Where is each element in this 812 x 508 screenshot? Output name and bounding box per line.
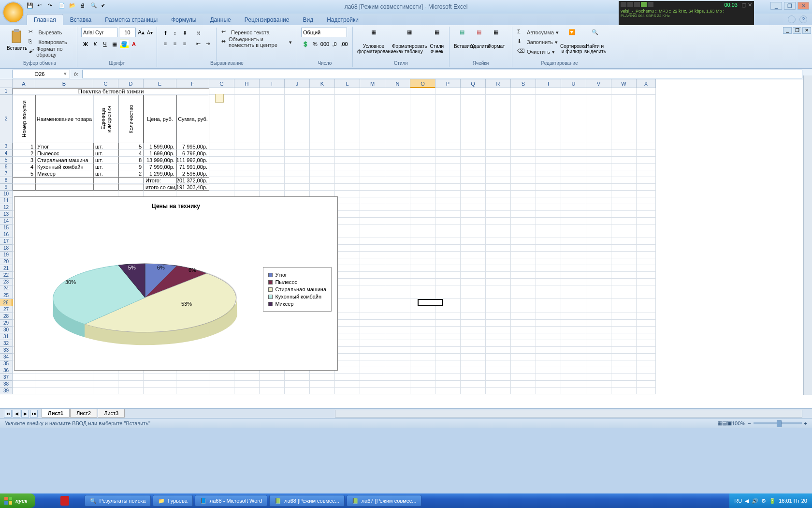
cell[interactable] [310,177,335,184]
col-header-I[interactable]: I [260,79,285,88]
total-cell[interactable] [35,184,93,191]
col-header-H[interactable]: H [234,79,260,88]
cell[interactable] [360,245,385,252]
cell[interactable] [335,204,360,211]
cell[interactable] [611,170,637,177]
qat-preview[interactable]: 🔍 [90,2,99,11]
cell[interactable] [611,285,637,292]
cell[interactable] [561,381,586,388]
cell[interactable] [410,354,435,360]
cell[interactable] [511,258,536,265]
cell[interactable] [511,347,536,354]
col-header-X[interactable]: X [637,79,656,88]
cell[interactable] [285,95,310,143]
cell[interactable] [335,340,360,347]
cell[interactable] [335,184,360,191]
cell[interactable] [586,157,611,164]
cell[interactable] [385,333,410,340]
data-cell[interactable]: 9 [118,164,144,170]
cell[interactable] [260,88,285,95]
cell[interactable] [611,354,637,360]
row-header-37[interactable]: 37 [0,374,13,381]
cell[interactable] [561,218,586,224]
cell[interactable] [360,218,385,224]
cell[interactable] [360,367,385,374]
cell[interactable] [360,354,385,360]
row-header-18[interactable]: 18 [0,245,13,252]
cell[interactable] [310,157,335,164]
cell[interactable] [410,367,435,374]
cell[interactable] [561,327,586,333]
cell[interactable] [611,95,637,143]
view-normal-icon[interactable]: ▦ [717,420,722,426]
cell[interactable] [461,95,486,143]
cell[interactable] [511,381,536,388]
cell[interactable] [461,292,486,299]
cell[interactable] [335,374,360,381]
cell[interactable] [611,381,637,388]
taskbar-item-3[interactable]: 📗ла68 [Режим совмес... [269,495,345,507]
cell[interactable] [385,164,410,170]
cell[interactable] [611,88,637,95]
cell[interactable] [511,292,536,299]
cell[interactable] [637,252,656,258]
cell[interactable] [335,306,360,313]
data-cell[interactable]: 3 [13,157,35,164]
cell[interactable] [35,388,93,394]
cell[interactable] [435,184,461,191]
cell[interactable] [410,285,435,292]
cell[interactable] [360,238,385,245]
cell[interactable] [561,252,586,258]
cell[interactable] [637,218,656,224]
cell[interactable] [310,95,335,143]
cell-styles-button[interactable]: ▦Стили ячеек [429,28,445,49]
cell[interactable] [360,184,385,191]
cell[interactable] [486,347,511,354]
cell[interactable] [385,197,410,204]
cell[interactable] [385,313,410,320]
indent-dec-icon[interactable]: ⇤ [194,39,203,48]
window-close[interactable]: ✕ [798,2,809,10]
cell[interactable] [486,197,511,204]
conditional-format-button[interactable]: ▦Условное форматирование [357,28,391,49]
cell[interactable] [410,157,435,164]
cut-button[interactable]: ✂Вырезать [28,28,73,37]
tray-lang[interactable]: RU [734,498,742,504]
cell[interactable] [234,184,260,191]
cell[interactable] [410,177,435,184]
data-cell[interactable]: 5 [13,170,35,177]
ribbon-tab-0[interactable]: Главная [27,14,63,25]
cell[interactable] [561,360,586,367]
cell[interactable] [611,327,637,333]
cell[interactable] [234,157,260,164]
cell[interactable] [461,272,486,279]
workbook-close[interactable]: ✕ [802,27,811,34]
cell[interactable] [461,197,486,204]
cell[interactable] [410,191,435,197]
indent-inc-icon[interactable]: ⇥ [203,39,212,48]
cell[interactable] [511,340,536,347]
cell[interactable] [385,258,410,265]
cell[interactable] [461,164,486,170]
table-header-1[interactable]: Наименование товара [35,95,93,143]
copy-button[interactable]: ⎘Копировать [28,37,73,47]
row-header-1[interactable]: 1 [0,88,13,95]
cell[interactable] [260,388,285,394]
cell[interactable] [586,360,611,367]
cell[interactable] [118,374,144,381]
cell[interactable] [561,238,586,245]
cell[interactable] [486,191,511,197]
cell[interactable] [285,184,310,191]
cell[interactable] [611,218,637,224]
cell[interactable] [385,184,410,191]
cell[interactable] [335,388,360,394]
cell[interactable] [360,258,385,265]
row-header-21[interactable]: 21 [0,265,13,272]
total-cell[interactable] [93,177,118,184]
window-minimize[interactable]: _ [770,2,782,10]
cell[interactable] [586,327,611,333]
cell[interactable] [637,285,656,292]
cell[interactable] [486,204,511,211]
qat-undo[interactable]: ↶ [37,2,46,11]
cell[interactable] [461,224,486,231]
